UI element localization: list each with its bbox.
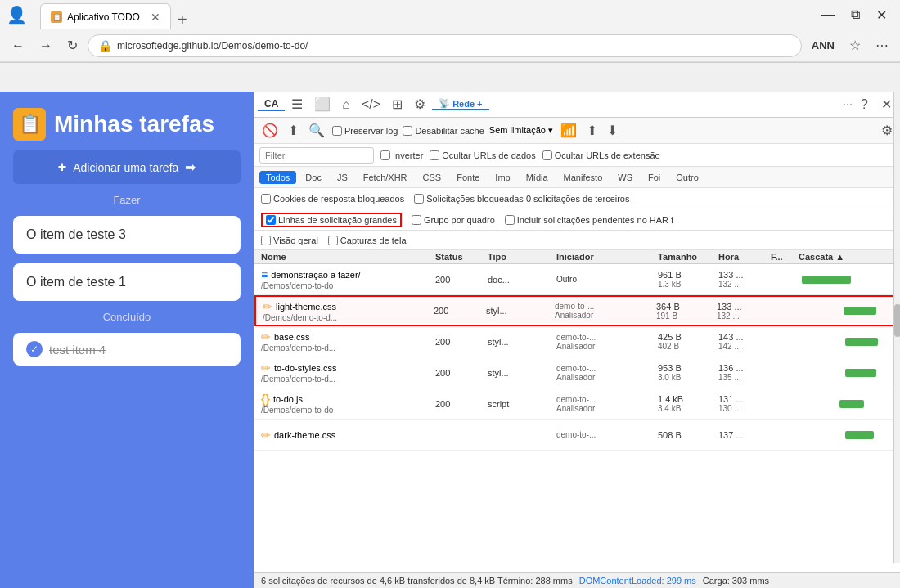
doc-file-icon: ≡	[261, 268, 268, 281]
add-task-button[interactable]: + Adicionar uma tarefa ➡	[13, 150, 241, 184]
table-row[interactable]: ✏ dark-theme.css demo-to-... 508 B 137 .…	[254, 420, 900, 451]
blocked-cookies-checkbox[interactable]: Cookies de resposta bloqueados	[261, 194, 404, 204]
table-row[interactable]: {} to-do.js /Demos/demo-to-do 200 script…	[254, 388, 900, 420]
row-initiator-5: demo-to-... Analisador	[556, 395, 655, 413]
new-tab-button[interactable]: +	[171, 11, 194, 29]
code-icon[interactable]: </>	[357, 96, 385, 114]
network-toolbar: 🚫 ⬆ 🔍 Preservar log Desabilitar cache Se…	[254, 118, 900, 144]
more-button[interactable]: ⋯	[871, 36, 893, 55]
preserve-log-checkbox[interactable]: Preservar log	[332, 126, 398, 136]
favorites-button[interactable]: ☆	[844, 36, 866, 55]
row-waterfall-4	[799, 357, 897, 388]
plus-icon: +	[58, 159, 67, 176]
todo-section-label: Fazer	[13, 194, 241, 206]
col-size[interactable]: Tamanho	[658, 252, 715, 262]
refresh-button[interactable]: ↻	[62, 36, 83, 55]
url-text: microsoftedge.github.io/Demos/demo-to-do…	[117, 40, 791, 52]
elements-tab-icon[interactable]: ☰	[286, 95, 308, 114]
back-button[interactable]: ←	[7, 37, 29, 55]
col-time[interactable]: Hora	[718, 252, 767, 262]
tab-close-button[interactable]: ✕	[151, 11, 160, 24]
hide-data-urls-checkbox[interactable]: Ocultar URLs de dados	[430, 150, 535, 160]
type-all-button[interactable]: Todos	[259, 171, 296, 184]
import-button[interactable]: ⬆	[584, 123, 600, 138]
tab-active[interactable]: 📋 Aplicativo TODO ✕	[40, 3, 171, 29]
table-row[interactable]: ✏ to-do-styles.css /Demos/demo-to-d... 2…	[254, 357, 900, 388]
row-size-3: 425 B 402 B	[658, 332, 715, 351]
throttle-select[interactable]: Sem limitação ▾	[489, 125, 553, 136]
row-initiator-2: demo-to-... Analisador	[555, 302, 653, 320]
type-fetch-button[interactable]: Fetch/XHR	[357, 171, 414, 184]
type-css-button[interactable]: CSS	[416, 171, 448, 184]
recording-icon[interactable]: ⊞	[387, 95, 407, 114]
check-icon: ✓	[26, 341, 43, 357]
blocked-requests-checkbox[interactable]: Solicitações bloqueadas 0 solicitações d…	[414, 194, 629, 204]
network-tab[interactable]: 📡 Rede +	[432, 98, 488, 110]
restore-button[interactable]: ⧉	[844, 6, 866, 25]
type-js-button[interactable]: JS	[331, 171, 354, 184]
status-bar: 6 solicitações de recursos de 4,6 kB tra…	[254, 572, 900, 588]
type-doc-button[interactable]: Doc	[299, 171, 328, 184]
row-type-5: script	[488, 399, 553, 409]
user-initials: ANN	[807, 39, 839, 52]
disable-cache-checkbox[interactable]: Desabilitar cache	[403, 126, 484, 136]
row-waterfall-3	[799, 326, 897, 357]
col-initiator[interactable]: Iniciador	[556, 252, 655, 262]
options-bar-1: Cookies de resposta bloqueados Solicitaç…	[254, 188, 900, 209]
wifi-icon[interactable]: 📶	[558, 123, 579, 138]
screenshots-checkbox[interactable]: Capturas de tela	[328, 236, 407, 245]
type-manifest-button[interactable]: Manifesto	[557, 171, 610, 184]
network-settings-button[interactable]: ⚙	[879, 123, 895, 138]
type-img-button[interactable]: Imp	[488, 171, 516, 184]
help-button[interactable]: ?	[856, 96, 873, 114]
clear-button[interactable]: 🚫	[259, 123, 281, 138]
completed-task-text: test item 4	[49, 343, 106, 357]
overview-checkbox[interactable]: Visão geral	[261, 236, 318, 245]
more-tabs-button[interactable]: ⋯	[843, 99, 853, 110]
table-row[interactable]: ≡ demonstração a fazer/ /Demos/demo-to-d…	[254, 264, 900, 295]
forward-button[interactable]: →	[34, 37, 57, 55]
sources-tab-icon[interactable]: ⬜	[309, 95, 335, 114]
waterfall-bar-1	[802, 276, 851, 284]
type-ws-button[interactable]: WS	[611, 171, 639, 184]
minimize-button[interactable]: —	[815, 6, 841, 25]
table-row[interactable]: ✏ light-theme.css /Demos/demo-to-d... 20…	[254, 295, 900, 326]
table-row[interactable]: ✏ base.css /Demos/demo-to-d... 200 styl.…	[254, 326, 900, 357]
row-status-3: 200	[435, 337, 484, 347]
col-f[interactable]: F...	[771, 252, 795, 262]
hide-ext-urls-checkbox[interactable]: Ocultar URLs de extensão	[542, 150, 660, 160]
close-button[interactable]: ✕	[870, 6, 893, 25]
upload-button[interactable]: ⬆	[286, 123, 301, 138]
col-type[interactable]: Tipo	[488, 252, 553, 262]
done-section-label: Concluído	[13, 311, 241, 323]
type-font-button[interactable]: Fonte	[450, 171, 486, 184]
type-other-button[interactable]: Outro	[669, 171, 705, 184]
home-icon[interactable]: ⌂	[337, 96, 355, 114]
col-status[interactable]: Status	[435, 252, 484, 262]
group-by-frame-checkbox[interactable]: Grupo por quadro	[412, 215, 495, 225]
type-media-button[interactable]: Mídia	[520, 171, 555, 184]
completed-task-1[interactable]: ✓ test item 4	[13, 333, 241, 366]
todo-header: 📋 Minhas tarefas	[13, 108, 241, 141]
include-pending-checkbox[interactable]: Incluir solicitações pendentes no HAR f	[505, 215, 673, 225]
scrollbar-thumb[interactable]	[894, 304, 900, 337]
download-button[interactable]: ⬇	[605, 123, 620, 138]
filter-input[interactable]	[259, 147, 374, 164]
task-item-1[interactable]: O item de teste 3	[13, 216, 241, 254]
row-time-6: 137 ...	[718, 430, 767, 440]
devtools-ca-tab[interactable]: CA	[258, 98, 285, 111]
search-network-button[interactable]: 🔍	[306, 123, 327, 138]
row-waterfall-2	[797, 297, 895, 325]
col-waterfall[interactable]: Cascata ▲	[799, 252, 897, 262]
invert-checkbox[interactable]: Inverter	[380, 150, 423, 160]
row-time-5: 131 ... 130 ...	[718, 394, 767, 413]
url-bar[interactable]: 🔒 microsoftedge.github.io/Demos/demo-to-…	[88, 34, 802, 57]
col-name[interactable]: Nome	[261, 252, 432, 262]
profile-icon[interactable]: 👤	[7, 5, 27, 25]
task-item-2[interactable]: O item de teste 1	[13, 263, 241, 301]
browser-chrome: 👤 📋 Aplicativo TODO ✕ + — ⧉ ✕ ← → ↻ 🔒 mi…	[0, 0, 900, 63]
large-rows-checkbox[interactable]: Linhas de solicitação grandes	[261, 213, 402, 227]
type-foi-button[interactable]: Foi	[641, 171, 667, 184]
devtools-scrollbar[interactable]	[893, 92, 900, 563]
settings-icon[interactable]: ⚙	[409, 95, 430, 114]
